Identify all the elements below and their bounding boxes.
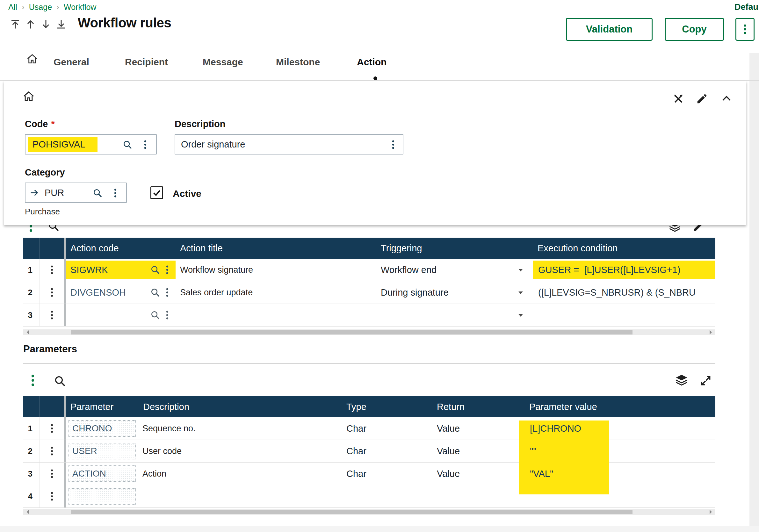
grid-layers-icon[interactable] (668, 225, 681, 233)
dropdown-caret-icon[interactable] (516, 265, 525, 275)
move-down-icon[interactable] (40, 19, 52, 30)
row-kebab-icon[interactable] (40, 463, 64, 485)
grid-edit-icon[interactable] (693, 225, 705, 232)
grid-options-icon[interactable] (29, 225, 746, 233)
parameters-hscrollbar[interactable] (23, 509, 715, 515)
scroll-left-icon[interactable] (24, 510, 29, 514)
grid-search-icon[interactable] (47, 225, 60, 232)
vertical-scrollbar-track[interactable] (749, 53, 759, 532)
tab-message[interactable]: Message (203, 57, 243, 67)
breadcrumb-link-usage[interactable]: Usage (29, 3, 52, 12)
row-kebab-icon[interactable] (40, 485, 64, 508)
category-tunnel-arrow-icon[interactable] (29, 188, 40, 198)
code-kebab-icon[interactable] (143, 139, 147, 150)
dropdown-caret-icon[interactable] (516, 288, 525, 297)
row-kebab-icon[interactable] (40, 440, 64, 462)
action-code-value[interactable]: DIVGENSOH (70, 287, 126, 298)
scroll-right-icon[interactable] (710, 510, 714, 514)
cell-search-icon[interactable] (150, 287, 160, 297)
return-cell[interactable]: Value (432, 463, 525, 485)
parameter-value-cell[interactable] (525, 485, 715, 508)
description-value[interactable]: Order signature (181, 139, 245, 150)
code-input[interactable]: POHSIGVAL (25, 134, 157, 155)
return-cell[interactable]: Value (432, 440, 525, 462)
action-title-cell[interactable]: Workflow signature (176, 259, 376, 281)
description-cell[interactable] (139, 485, 342, 508)
category-value[interactable]: PUR (45, 188, 64, 198)
move-to-bottom-icon[interactable] (56, 19, 67, 30)
row-kebab-icon[interactable] (40, 281, 64, 304)
description-cell[interactable]: Action (139, 463, 342, 485)
params-layers-icon[interactable] (675, 373, 688, 387)
tab-home-icon[interactable] (26, 53, 38, 65)
action-title-cell[interactable] (176, 304, 376, 326)
parameter-cell[interactable]: ACTION (66, 463, 139, 485)
type-cell[interactable] (342, 485, 432, 508)
category-search-icon[interactable] (93, 188, 102, 198)
active-checkbox[interactable] (150, 186, 163, 199)
dropdown-caret-icon[interactable] (516, 310, 525, 320)
description-input[interactable]: Order signature (175, 134, 403, 155)
collapse-section-icon[interactable] (720, 92, 733, 105)
parameter-value-cell[interactable]: "" (525, 440, 715, 462)
code-search-icon[interactable] (122, 139, 133, 150)
scrollbar-thumb[interactable] (71, 510, 632, 514)
edit-icon[interactable] (696, 93, 708, 105)
triggering-cell[interactable]: During signature (376, 281, 533, 304)
top-right-link[interactable]: Defau (735, 2, 758, 12)
category-kebab-icon[interactable] (113, 188, 117, 198)
row-kebab-icon[interactable] (40, 417, 64, 439)
breadcrumb-link-workflow[interactable]: Workflow (64, 3, 96, 12)
cell-kebab-icon[interactable] (165, 287, 169, 297)
execution-condition-cell[interactable]: GUSER = [L]USER([L]LEVSIG+1) (533, 259, 715, 281)
tab-recipient[interactable]: Recipient (125, 57, 168, 67)
customize-icon[interactable] (672, 93, 684, 105)
params-expand-icon[interactable] (700, 375, 712, 387)
scroll-right-icon[interactable] (710, 330, 714, 334)
tab-milestone[interactable]: Milestone (276, 57, 320, 67)
parameter-cell[interactable]: USER (66, 440, 139, 462)
type-cell[interactable]: Char (342, 417, 432, 439)
cell-search-icon[interactable] (150, 265, 160, 275)
tab-general[interactable]: General (54, 57, 89, 67)
tab-action[interactable]: Action (357, 57, 386, 67)
action-code-cell[interactable] (66, 304, 176, 326)
section-home-icon[interactable] (22, 90, 35, 103)
type-cell[interactable]: Char (342, 463, 432, 485)
action-code-cell[interactable]: SIGWRK (66, 259, 176, 281)
action-code-value[interactable]: SIGWRK (70, 265, 108, 275)
parameter-value-cell[interactable]: [L]CHRONO (525, 417, 715, 439)
cell-kebab-icon[interactable] (165, 265, 169, 275)
scrollbar-thumb[interactable] (71, 330, 632, 334)
more-actions-button[interactable] (736, 18, 755, 41)
description-kebab-icon[interactable] (391, 139, 395, 150)
parameter-cell[interactable] (66, 485, 139, 508)
category-input[interactable]: PUR (25, 182, 127, 203)
code-value[interactable]: POHSIGVAL (32, 139, 85, 150)
cell-search-icon[interactable] (150, 310, 160, 320)
return-cell[interactable] (432, 485, 525, 508)
validation-button[interactable]: Validation (566, 18, 653, 41)
params-search-icon[interactable] (54, 375, 66, 387)
type-cell[interactable]: Char (342, 440, 432, 462)
parameter-value-cell[interactable]: "VAL" (525, 463, 715, 485)
triggering-cell[interactable]: Workflow end (376, 259, 533, 281)
parameter-cell[interactable]: CHRONO (66, 417, 139, 439)
execution-condition-cell[interactable]: ([L]LEVSIG=S_NBRUSR) & (S_NBRU (533, 281, 715, 304)
description-cell[interactable]: User code (139, 440, 342, 462)
breadcrumb-link-all[interactable]: All (8, 3, 17, 12)
scroll-left-icon[interactable] (24, 330, 29, 334)
move-up-icon[interactable] (25, 19, 36, 30)
description-cell[interactable]: Sequence no. (139, 417, 342, 439)
row-kebab-icon[interactable] (40, 304, 64, 326)
execution-condition-cell[interactable] (533, 304, 715, 326)
action-title-cell[interactable]: Sales order update (176, 281, 376, 304)
action-code-cell[interactable]: DIVGENSOH (66, 281, 176, 304)
return-cell[interactable]: Value (432, 417, 525, 439)
cell-kebab-icon[interactable] (165, 310, 169, 320)
params-options-icon[interactable] (31, 373, 759, 387)
triggering-cell[interactable] (376, 304, 533, 326)
actions-hscrollbar[interactable] (23, 329, 715, 335)
move-to-top-icon[interactable] (10, 19, 21, 30)
row-kebab-icon[interactable] (40, 259, 64, 281)
